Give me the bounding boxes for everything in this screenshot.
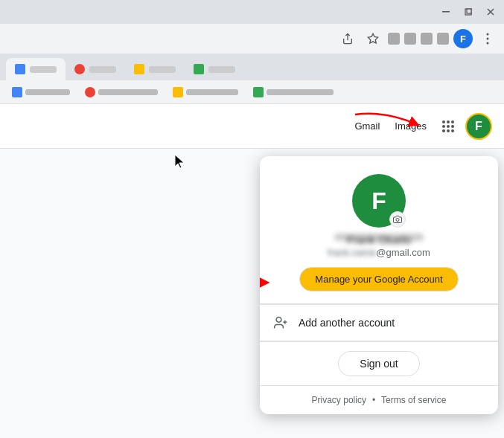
extension-icon-4[interactable] [437, 33, 449, 45]
terms-of-service-link[interactable]: Terms of service [381, 395, 446, 405]
sign-out-button[interactable]: Sign out [338, 351, 419, 376]
apps-grid-dot [451, 129, 454, 132]
dropdown-footer: Privacy policy • Terms of service [260, 385, 498, 414]
svg-rect-0 [442, 11, 450, 13]
maximize-button[interactable] [458, 4, 479, 20]
extension-icon-3[interactable] [421, 33, 433, 45]
svg-point-11 [396, 219, 399, 222]
minimize-button[interactable] [436, 4, 456, 20]
edit-photo-button[interactable] [389, 211, 406, 228]
gmail-nav-gmail[interactable]: Gmail [350, 117, 384, 135]
gmail-nav-images[interactable]: Images [390, 117, 431, 135]
extension-icon[interactable] [388, 33, 400, 45]
browser-tab-1[interactable] [6, 58, 66, 80]
gmail-header: Gmail Images F [0, 104, 504, 149]
avatar-container: F [352, 174, 406, 228]
browser-toolbar: F [0, 24, 504, 54]
svg-rect-1 [465, 9, 471, 15]
more-options-icon[interactable] [477, 28, 498, 49]
dropdown-profile-section: F Frank Otuelo frank.name@gmail.com [260, 156, 498, 304]
browser-tab-4[interactable] [185, 58, 244, 80]
browser-tab-2[interactable] [66, 58, 125, 80]
svg-point-7 [487, 38, 489, 40]
close-button[interactable] [480, 4, 501, 20]
user-name: Frank Otuelo [334, 234, 424, 241]
sign-out-section: Sign out [260, 341, 498, 385]
apps-grid-dot [447, 125, 450, 128]
apps-grid-dot [442, 125, 445, 128]
apps-grid-dot [442, 120, 445, 123]
manage-google-account-button[interactable]: Manage your Google Account [299, 267, 458, 292]
svg-marker-5 [368, 33, 377, 43]
browser-tab-3[interactable] [125, 58, 185, 80]
gmail-profile-button[interactable]: F [465, 113, 492, 140]
privacy-policy-link[interactable]: Privacy policy [312, 395, 366, 405]
tabs-bar [0, 54, 504, 80]
svg-point-6 [487, 33, 489, 36]
apps-grid-dot [447, 120, 450, 123]
add-account-row[interactable]: Add another account [260, 305, 498, 341]
browser-profile-button[interactable]: F [453, 29, 473, 48]
extension-icon-2[interactable] [404, 33, 416, 45]
svg-point-8 [487, 42, 489, 45]
share-icon[interactable] [337, 28, 358, 49]
title-bar [0, 0, 504, 24]
apps-grid-dot [447, 129, 450, 132]
apps-grid-dot [451, 120, 454, 123]
bookmark-icon[interactable] [363, 28, 383, 49]
add-person-icon [272, 315, 290, 330]
bookmark-3[interactable] [167, 84, 244, 100]
apps-grid-dot [442, 129, 445, 132]
bookmark-2[interactable] [79, 84, 164, 100]
footer-dot: • [372, 395, 375, 405]
svg-point-13 [276, 318, 281, 323]
svg-marker-10 [175, 155, 184, 168]
page-content: Gmail Images F [0, 104, 504, 438]
profile-dropdown: F Frank Otuelo frank.name@gmail.com [260, 156, 498, 414]
bookmark-4[interactable] [247, 84, 339, 100]
user-email: frank.name@gmail.com [328, 247, 430, 258]
google-apps-button[interactable] [437, 115, 459, 138]
bookmarks-bar [0, 80, 504, 104]
bookmark-1[interactable] [6, 84, 76, 100]
apps-grid-dot [451, 125, 454, 128]
